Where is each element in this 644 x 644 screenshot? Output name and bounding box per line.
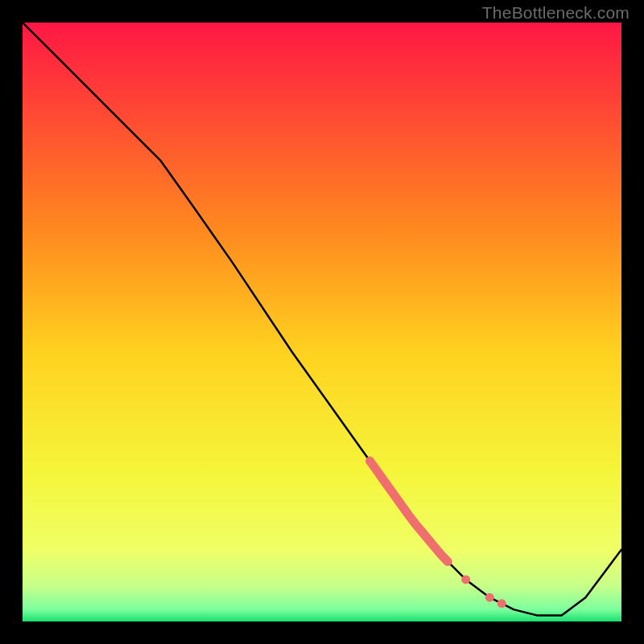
- highlight-dot: [461, 575, 470, 584]
- chart-frame: TheBottleneck.com: [0, 0, 644, 644]
- watermark-text: TheBottleneck.com: [482, 3, 630, 23]
- plot-area: [23, 23, 621, 621]
- highlight-dot: [485, 593, 494, 602]
- chart-svg: [23, 23, 621, 621]
- highlight-dot: [497, 599, 506, 608]
